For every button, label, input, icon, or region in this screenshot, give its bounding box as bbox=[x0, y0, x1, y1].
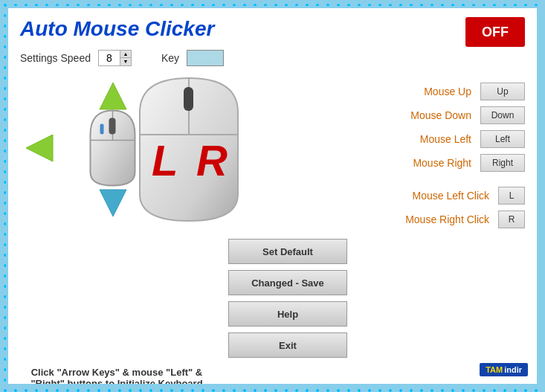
spin-down-button[interactable]: ▼ bbox=[120, 58, 131, 65]
small-mouse-diagram bbox=[89, 109, 138, 190]
arrow-down-icon bbox=[97, 185, 129, 221]
indir-text: indir bbox=[504, 365, 522, 374]
speed-spinners: ▲ ▼ bbox=[120, 51, 131, 65]
main-content: L R Mouse Up Up Mouse Down Down bbox=[8, 69, 537, 364]
speed-value[interactable] bbox=[99, 51, 120, 65]
set-default-button[interactable]: Set Default bbox=[228, 239, 347, 264]
mouse-up-row: Mouse Up Up bbox=[228, 83, 525, 100]
bottom-section: Click "Arrow Keys" & mouse "Left" &"Righ… bbox=[8, 364, 537, 386]
big-mouse-lr: L R bbox=[135, 75, 243, 224]
mouse-left-label: Mouse Left bbox=[375, 133, 471, 145]
tam-indir-badge: TAM indir bbox=[480, 363, 528, 376]
changed-save-button[interactable]: Changed - Save bbox=[228, 270, 347, 295]
bottom-instruction: Click "Arrow Keys" & mouse "Left" &"Righ… bbox=[20, 367, 213, 386]
speed-input-group[interactable]: ▲ ▼ bbox=[98, 50, 132, 66]
mouse-left-click-row: Mouse Left Click L bbox=[228, 187, 525, 205]
mouse-right-label: Mouse Right bbox=[375, 157, 471, 169]
svg-text:L: L bbox=[152, 136, 178, 184]
outer-frame: Auto Mouse Clicker Settings Speed ▲ ▼ Ke… bbox=[0, 0, 545, 392]
off-button[interactable]: OFF bbox=[465, 17, 525, 47]
mouse-up-button[interactable]: Up bbox=[480, 83, 525, 100]
svg-marker-2 bbox=[26, 135, 53, 161]
mouse-right-click-row: Mouse Right Click R bbox=[228, 211, 525, 228]
mouse-left-click-button[interactable]: L bbox=[498, 187, 525, 205]
action-buttons: Set Default Changed - Save Help Exit bbox=[228, 239, 525, 358]
key-label: Key bbox=[161, 52, 179, 64]
svg-rect-6 bbox=[109, 118, 116, 135]
svg-marker-0 bbox=[100, 83, 126, 109]
mouse-right-click-label: Mouse Right Click bbox=[393, 213, 489, 225]
settings-bar: Settings Speed ▲ ▼ Key bbox=[8, 47, 537, 69]
svg-text:R: R bbox=[196, 136, 228, 184]
mouse-left-click-label: Mouse Left Click bbox=[393, 190, 489, 202]
key-input-box[interactable] bbox=[187, 50, 224, 66]
svg-marker-1 bbox=[100, 190, 126, 216]
arrow-left-icon bbox=[25, 132, 57, 167]
help-button[interactable]: Help bbox=[228, 301, 347, 327]
bottom-text-area: Click "Arrow Keys" & mouse "Left" &"Righ… bbox=[8, 364, 209, 386]
mouse-left-button[interactable]: Left bbox=[480, 130, 525, 148]
mouse-left-row: Mouse Left Left bbox=[228, 130, 525, 148]
spin-up-button[interactable]: ▲ bbox=[120, 51, 131, 58]
app-title: Auto Mouse Clicker bbox=[8, 8, 537, 47]
right-section: Mouse Up Up Mouse Down Down Mouse Left L… bbox=[228, 75, 525, 358]
mouse-down-label: Mouse Down bbox=[375, 109, 471, 121]
mouse-down-row: Mouse Down Down bbox=[228, 106, 525, 124]
mouse-right-click-button[interactable]: R bbox=[498, 211, 525, 228]
speed-label: Settings Speed bbox=[20, 52, 91, 64]
svg-rect-10 bbox=[184, 87, 193, 111]
svg-rect-7 bbox=[100, 124, 104, 135]
mouse-right-button[interactable]: Right bbox=[480, 154, 525, 172]
mouse-down-button[interactable]: Down bbox=[480, 106, 525, 124]
tam-text: TAM bbox=[486, 365, 503, 374]
exit-button[interactable]: Exit bbox=[228, 332, 347, 358]
mouse-right-row: Mouse Right Right bbox=[228, 154, 525, 172]
mouse-up-label: Mouse Up bbox=[375, 86, 471, 97]
inner-frame: Auto Mouse Clicker Settings Speed ▲ ▼ Ke… bbox=[6, 6, 539, 386]
left-section: L R bbox=[20, 75, 221, 358]
